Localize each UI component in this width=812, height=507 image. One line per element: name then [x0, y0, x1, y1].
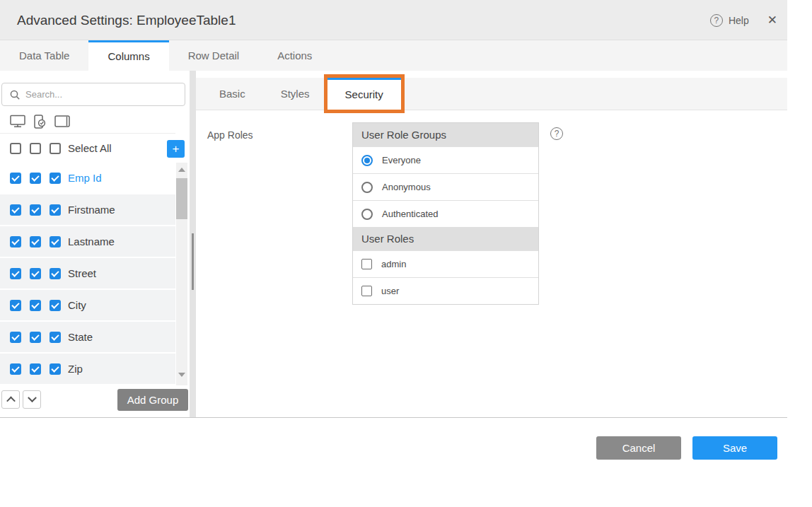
desktop-visibility-checkbox[interactable]: [10, 332, 21, 343]
tablet-visibility-checkbox[interactable]: [50, 332, 61, 343]
column-subtabs: BasicStylesSecurity: [196, 78, 787, 110]
select-all-mobile-checkbox[interactable]: [30, 143, 41, 154]
user-role-group-options: Everyone Anonymous Authenticated: [353, 146, 538, 227]
column-name[interactable]: Street: [68, 267, 96, 279]
tablet-visibility-checkbox[interactable]: [50, 300, 61, 311]
user-role-checkbox[interactable]: [361, 286, 372, 296]
user-role-checkbox[interactable]: [361, 259, 372, 269]
tablet-visibility-checkbox[interactable]: [50, 173, 61, 184]
panel-divider: [190, 71, 196, 417]
main-tab[interactable]: Actions: [258, 40, 331, 71]
save-button[interactable]: Save: [692, 436, 777, 460]
column-row[interactable]: State: [0, 322, 175, 352]
mobile-visibility-checkbox[interactable]: [30, 268, 41, 279]
column-name[interactable]: Emp Id: [68, 172, 102, 184]
mobile-visibility-checkbox[interactable]: [30, 204, 41, 216]
mobile-visibility-checkbox[interactable]: [30, 300, 41, 311]
desktop-toggle[interactable]: [10, 115, 25, 128]
column-list: Emp Id Firstname Lastname Street City St…: [0, 163, 175, 385]
scrollbar-thumb[interactable]: [176, 178, 187, 219]
column-row[interactable]: Lastname: [0, 226, 175, 257]
user-roles-header: User Roles: [353, 227, 538, 250]
column-row[interactable]: City: [0, 290, 175, 320]
column-row[interactable]: Emp Id: [0, 163, 175, 193]
user-role-options: admin user: [353, 250, 538, 304]
desktop-visibility-checkbox[interactable]: [10, 204, 21, 216]
roles-panel: User Role Groups Everyone Anonymous Auth…: [352, 122, 539, 305]
mobile-visibility-checkbox[interactable]: [30, 236, 41, 247]
select-all-desktop-checkbox[interactable]: [10, 143, 21, 154]
main-tabbar: Data TableColumnsRow DetailActions: [0, 40, 787, 71]
column-name[interactable]: City: [68, 299, 86, 311]
column-name[interactable]: Firstname: [68, 204, 115, 216]
role-group-option[interactable]: Anonymous: [353, 173, 538, 200]
divider-drag-handle[interactable]: [192, 233, 194, 290]
select-all-row: Select All +: [0, 134, 175, 163]
dialog-titlebar: Advanced Settings: EmployeeTable1 ? Help…: [0, 0, 787, 40]
user-role-groups-header: User Role Groups: [353, 123, 538, 146]
column-name[interactable]: Lastname: [68, 235, 115, 247]
desktop-visibility-checkbox[interactable]: [10, 236, 21, 247]
mobile-toggle[interactable]: [34, 115, 46, 129]
mobile-visibility-checkbox[interactable]: [30, 332, 41, 343]
user-role-option[interactable]: admin: [353, 250, 538, 277]
close-icon[interactable]: ✕: [767, 13, 777, 28]
column-subtab[interactable]: Basic: [202, 78, 263, 110]
user-role-option[interactable]: user: [353, 277, 538, 304]
app-roles-help-icon[interactable]: ?: [550, 127, 563, 140]
mobile-visibility-checkbox[interactable]: [30, 363, 41, 375]
help-label[interactable]: Help: [729, 15, 749, 26]
sidebar-footer: Add Group: [0, 387, 188, 417]
column-row[interactable]: Zip: [0, 354, 175, 384]
move-column-down-button[interactable]: [23, 390, 41, 409]
main-tab[interactable]: Columns: [88, 40, 168, 71]
search-input[interactable]: [25, 89, 167, 100]
tablet-visibility-checkbox[interactable]: [50, 268, 61, 279]
dialog-title: Advanced Settings: EmployeeTable1: [17, 0, 236, 40]
mobile-icon: [34, 115, 46, 129]
chevron-up-icon: [6, 396, 16, 405]
role-group-option[interactable]: Everyone: [353, 146, 538, 173]
tablet-visibility-checkbox[interactable]: [50, 236, 61, 247]
mobile-visibility-checkbox[interactable]: [30, 173, 41, 184]
select-all-tablet-checkbox[interactable]: [50, 143, 61, 154]
role-group-option[interactable]: Authenticated: [353, 200, 538, 227]
desktop-visibility-checkbox[interactable]: [10, 173, 21, 184]
move-column-up-button[interactable]: [1, 390, 20, 409]
chevron-down-icon: [28, 393, 37, 402]
role-group-radio[interactable]: [361, 182, 373, 193]
tablet-toggle[interactable]: [54, 115, 70, 127]
column-settings-panel: BasicStylesSecurity App Roles User Role …: [196, 71, 787, 417]
cancel-button[interactable]: Cancel: [596, 436, 681, 460]
search-box: [1, 83, 185, 106]
search-icon: [10, 90, 20, 100]
add-group-button[interactable]: Add Group: [117, 389, 188, 411]
scroll-up-arrow[interactable]: [178, 168, 185, 172]
titlebar-actions: ? Help ✕: [710, 0, 777, 40]
column-row[interactable]: Street: [0, 258, 175, 289]
advanced-settings-dialog: Advanced Settings: EmployeeTable1 ? Help…: [0, 0, 812, 507]
main-tab[interactable]: Data Table: [0, 40, 88, 71]
device-toggle-row: [0, 110, 175, 134]
column-subtab[interactable]: Security: [327, 78, 401, 110]
desktop-icon: [10, 115, 25, 128]
desktop-visibility-checkbox[interactable]: [10, 300, 21, 311]
tablet-visibility-checkbox[interactable]: [50, 204, 61, 216]
tablet-icon: [54, 115, 70, 127]
tablet-visibility-checkbox[interactable]: [50, 363, 61, 375]
column-subtab[interactable]: Styles: [263, 78, 327, 110]
column-name[interactable]: Zip: [68, 363, 83, 375]
column-list-scrollbar[interactable]: [176, 163, 187, 385]
add-column-button[interactable]: +: [167, 140, 185, 158]
app-roles-label: App Roles: [207, 122, 352, 141]
desktop-visibility-checkbox[interactable]: [10, 268, 21, 279]
app-roles-field: App Roles User Role Groups Everyone Anon…: [207, 122, 563, 305]
role-group-radio[interactable]: [361, 209, 373, 220]
column-row[interactable]: Firstname: [0, 194, 175, 225]
desktop-visibility-checkbox[interactable]: [10, 363, 21, 375]
role-group-radio[interactable]: [361, 155, 373, 166]
scroll-down-arrow[interactable]: [178, 373, 185, 377]
column-name[interactable]: State: [68, 331, 93, 343]
main-tab[interactable]: Row Detail: [169, 40, 259, 71]
help-icon[interactable]: ?: [710, 14, 723, 27]
